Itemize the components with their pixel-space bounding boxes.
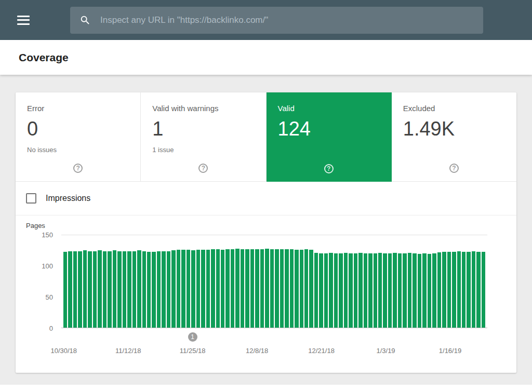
bar[interactable] <box>290 249 294 328</box>
bar[interactable] <box>191 250 195 328</box>
bar[interactable] <box>393 253 396 328</box>
bar[interactable] <box>329 253 332 328</box>
bar[interactable] <box>319 253 323 328</box>
help-icon[interactable]: ? <box>198 164 208 173</box>
help-icon[interactable]: ? <box>73 164 83 173</box>
url-inspect-searchbox[interactable] <box>70 7 483 34</box>
bar[interactable] <box>117 251 121 328</box>
bar[interactable] <box>304 249 308 328</box>
bar[interactable] <box>368 253 372 328</box>
bar[interactable] <box>225 249 229 328</box>
bar[interactable] <box>245 249 249 328</box>
bar[interactable] <box>88 251 91 328</box>
bar[interactable] <box>241 249 244 328</box>
bar[interactable] <box>73 251 77 328</box>
bar[interactable] <box>127 251 131 328</box>
bar[interactable] <box>250 249 254 328</box>
bar[interactable] <box>472 251 475 328</box>
bar[interactable] <box>216 249 220 328</box>
bar[interactable] <box>482 252 485 328</box>
bar[interactable] <box>187 250 190 328</box>
impressions-checkbox[interactable] <box>26 193 36 204</box>
bar[interactable] <box>167 251 170 328</box>
bar[interactable] <box>201 250 205 328</box>
bar[interactable] <box>181 250 185 328</box>
bar[interactable] <box>78 251 82 328</box>
status-tab-error[interactable]: Error 0 No issues ? <box>16 92 141 181</box>
bar[interactable] <box>452 252 456 328</box>
bar[interactable] <box>442 252 446 328</box>
bar[interactable] <box>68 251 72 328</box>
bar[interactable] <box>255 249 259 328</box>
hamburger-menu-icon[interactable] <box>17 16 30 25</box>
bar[interactable] <box>280 249 284 328</box>
bar[interactable] <box>374 253 377 328</box>
bar[interactable] <box>467 252 470 328</box>
bar[interactable] <box>447 252 451 328</box>
bar[interactable] <box>295 250 298 328</box>
bar[interactable] <box>103 251 107 328</box>
bar[interactable] <box>432 253 436 328</box>
bar[interactable] <box>260 249 264 328</box>
bar[interactable] <box>177 250 180 328</box>
bar[interactable] <box>349 253 352 328</box>
bar[interactable] <box>334 253 338 328</box>
bar[interactable] <box>324 253 328 328</box>
bar[interactable] <box>142 251 146 328</box>
bar[interactable] <box>309 250 313 328</box>
bar[interactable] <box>211 249 215 328</box>
bar[interactable] <box>339 253 342 328</box>
bar[interactable] <box>428 254 431 328</box>
bar[interactable] <box>221 250 224 328</box>
bar[interactable] <box>358 253 362 328</box>
bar[interactable] <box>418 254 421 328</box>
bar[interactable] <box>152 252 155 328</box>
bar[interactable] <box>457 251 461 328</box>
bar[interactable] <box>157 251 161 328</box>
bar[interactable] <box>437 252 441 328</box>
bar[interactable] <box>137 250 141 328</box>
bar[interactable] <box>314 253 318 328</box>
bar[interactable] <box>383 253 387 328</box>
bar[interactable] <box>83 250 87 328</box>
bar[interactable] <box>63 252 67 328</box>
bar[interactable] <box>132 251 136 328</box>
bar[interactable] <box>147 252 151 328</box>
bar[interactable] <box>123 251 126 328</box>
bar[interactable] <box>235 249 239 328</box>
bar[interactable] <box>462 252 466 328</box>
bar[interactable] <box>378 253 382 328</box>
bar[interactable] <box>285 249 288 328</box>
bar[interactable] <box>388 253 392 328</box>
chart-marker[interactable]: 1 <box>188 332 197 342</box>
bar[interactable] <box>476 252 480 328</box>
bar[interactable] <box>344 253 348 328</box>
search-input[interactable] <box>100 15 474 25</box>
bar[interactable] <box>398 253 402 328</box>
bar[interactable] <box>98 250 101 328</box>
bar[interactable] <box>93 251 97 328</box>
help-icon[interactable]: ? <box>449 164 459 173</box>
bar[interactable] <box>162 251 165 328</box>
help-icon[interactable]: ? <box>324 164 334 173</box>
bar[interactable] <box>422 253 426 328</box>
bar[interactable] <box>275 249 278 328</box>
bar[interactable] <box>196 250 200 328</box>
bar[interactable] <box>206 250 210 328</box>
bar[interactable] <box>403 253 406 328</box>
bar[interactable] <box>108 251 111 328</box>
bar[interactable] <box>231 249 234 328</box>
bar[interactable] <box>413 253 416 328</box>
bar[interactable] <box>408 253 411 328</box>
status-subtext: No issues <box>27 146 129 154</box>
bar[interactable] <box>113 250 116 328</box>
bar[interactable] <box>364 253 367 328</box>
status-tab-valid-with-warnings[interactable]: Valid with warnings 1 1 issue ? <box>141 92 266 181</box>
bar[interactable] <box>354 253 357 328</box>
bar[interactable] <box>300 250 303 328</box>
status-tab-valid[interactable]: Valid 124 ? <box>267 92 392 182</box>
bar[interactable] <box>171 250 175 328</box>
status-tab-excluded[interactable]: Excluded 1.49K ? <box>392 92 516 181</box>
bar[interactable] <box>265 249 269 328</box>
bar[interactable] <box>270 249 274 328</box>
